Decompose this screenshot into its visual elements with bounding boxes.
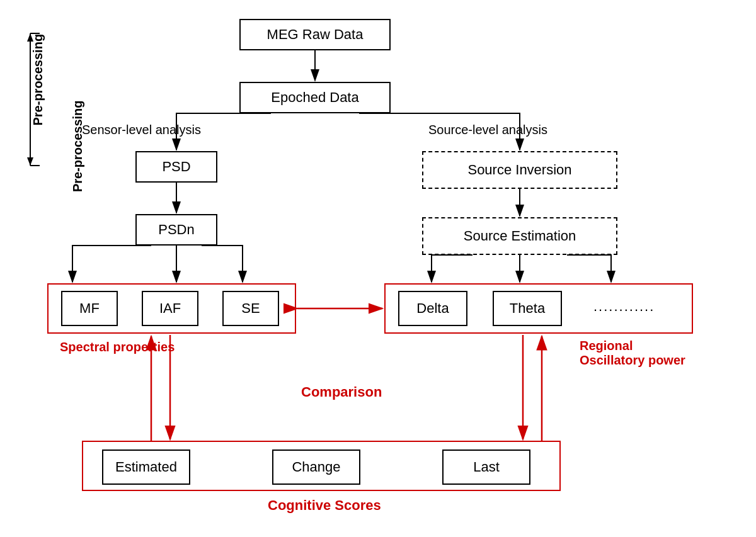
se-box: SE <box>222 291 279 326</box>
estimated-label: Estimated <box>115 459 177 475</box>
last-label: Last <box>473 459 500 475</box>
mf-box: MF <box>61 291 118 326</box>
regional-osc-label: Regional Oscillatory power <box>580 339 685 368</box>
oscillatory-group: Delta Theta ............ <box>384 283 693 334</box>
iaf-box: IAF <box>142 291 198 326</box>
source-estimation-box: Source Estimation <box>422 217 617 255</box>
psd-box: PSD <box>135 151 217 183</box>
theta-box: Theta <box>493 291 562 326</box>
cognitive-label: Cognitive Scores <box>268 497 381 514</box>
cognitive-group: Estimated Change Last <box>82 441 561 491</box>
spectral-group: MF IAF SE <box>47 283 296 334</box>
theta-label: Theta <box>510 300 545 317</box>
psd-label: PSD <box>162 159 190 175</box>
diagram: MEG Raw Data Epoched Data Sensor-level a… <box>0 0 756 537</box>
estimated-box: Estimated <box>102 449 190 485</box>
source-estimation-label: Source Estimation <box>464 228 576 244</box>
psdn-label: PSDn <box>158 222 194 238</box>
source-level-label: Source-level analysis <box>428 123 547 137</box>
iaf-label: IAF <box>159 300 181 317</box>
last-box: Last <box>442 449 530 485</box>
preprocessing-label: Pre-processing <box>31 50 45 126</box>
se-label: SE <box>241 300 260 317</box>
regional-line2: Oscillatory power <box>580 353 685 368</box>
comparison-label: Comparison <box>301 384 382 400</box>
meg-raw-label: MEG Raw Data <box>267 26 364 43</box>
meg-raw-box: MEG Raw Data <box>239 19 391 50</box>
ellipsis-item: ............ <box>593 298 655 315</box>
change-box: Change <box>272 449 360 485</box>
preprocessing-text: Pre-processing <box>71 101 85 193</box>
regional-line1: Regional <box>580 339 685 353</box>
source-inversion-label: Source Inversion <box>467 162 571 178</box>
spectral-props-label: Spectral properties <box>60 340 175 354</box>
psdn-box: PSDn <box>135 214 217 246</box>
sensor-level-label: Sensor-level analysis <box>82 123 201 137</box>
epoched-label: Epoched Data <box>271 89 358 106</box>
epoched-box: Epoched Data <box>239 82 391 113</box>
change-label: Change <box>292 459 340 475</box>
delta-label: Delta <box>416 300 449 317</box>
mf-label: MF <box>79 300 100 317</box>
delta-box: Delta <box>398 291 467 326</box>
source-inversion-box: Source Inversion <box>422 151 617 189</box>
svg-marker-4 <box>27 157 33 166</box>
